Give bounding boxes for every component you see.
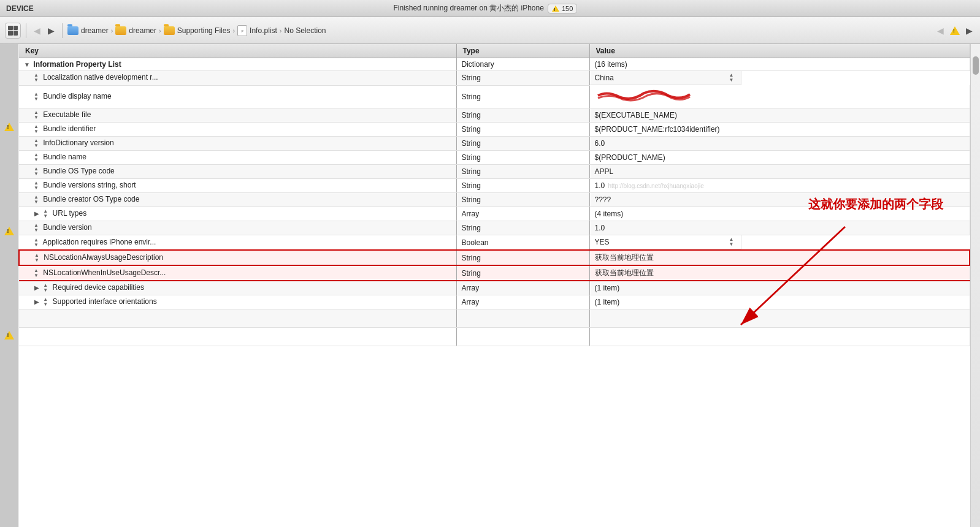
warning-icon-row2[interactable]	[4, 227, 14, 235]
warning-icon-row3[interactable]	[4, 331, 14, 339]
breadcrumb-plist-label: Info.plist	[250, 26, 277, 35]
key-cell: ▲▼ Bundle OS Type code	[19, 165, 456, 179]
value-cell: $(PRODUCT_NAME:rfc1034identifier)	[589, 123, 970, 137]
stepper[interactable]: ▲▼	[34, 181, 39, 191]
value-cell: China ▲▼	[590, 71, 742, 85]
disclosure-arrow-rdc[interactable]: ▶	[34, 284, 40, 291]
type-cell: String	[456, 193, 589, 207]
value-label: YES	[595, 238, 610, 246]
empty-cell	[589, 309, 970, 328]
plist-editor: Key Type Value ▼ Information Property Li…	[18, 44, 970, 527]
key-cell: ▲▼ InfoDictionary version	[19, 137, 456, 151]
empty-cell	[589, 328, 970, 346]
value-label: 1.0	[595, 181, 605, 190]
empty-cell	[456, 309, 589, 328]
value-cell-redacted	[589, 85, 970, 108]
stepper[interactable]: ▲▼	[34, 253, 39, 263]
breadcrumb-sep-3: ›	[232, 27, 235, 34]
breadcrumb-sep-2: ›	[159, 27, 161, 34]
stepper[interactable]: ▲▼	[34, 153, 39, 162]
type-cell: Array	[456, 207, 589, 221]
table-row: ▲▼ Bundle identifier String $(PRODUCT_NA…	[19, 123, 970, 137]
watermark-text: http://blog.csdn.net/hxjhuangxiaojie	[608, 183, 704, 189]
breadcrumb-item-plist[interactable]: P Info.plist	[237, 25, 277, 36]
header-key: Key	[19, 44, 456, 58]
toolbar-right-nav: ◀ ▶	[935, 25, 975, 37]
value-cell: 6.0	[589, 137, 970, 151]
breadcrumb-project-label: dreamer	[81, 26, 109, 35]
left-warning-panel	[0, 44, 18, 527]
value-stepper[interactable]: ▲▼	[729, 73, 733, 83]
breadcrumb-item-project[interactable]: dreamer	[67, 26, 109, 35]
toolbar-divider-2	[62, 23, 63, 38]
value-cell: 获取当前地理位置	[589, 265, 970, 281]
stepper[interactable]: ▲▼	[43, 209, 48, 219]
grid-view-button[interactable]	[5, 23, 21, 39]
scrollbar-thumb[interactable]	[973, 56, 979, 75]
main-content: Key Type Value ▼ Information Property Li…	[0, 44, 980, 527]
value-cell: (4 items)	[589, 207, 970, 221]
table-row-highlighted-2: ▲▼ NSLocationWhenInUseUsageDescr... Stri…	[19, 265, 970, 281]
key-cell: ▲▼ Bundle name	[19, 151, 456, 165]
breadcrumb: dreamer › dreamer › Supporting Files › P…	[67, 25, 932, 36]
warning-icon-row1[interactable]	[4, 123, 14, 131]
table-row: ▲▼ InfoDictionary version String 6.0	[19, 137, 970, 151]
disclosure-arrow[interactable]: ▼	[24, 61, 30, 68]
warn-slot-1	[4, 123, 14, 131]
type-cell: String	[456, 137, 589, 151]
type-cell: String	[456, 85, 589, 108]
stepper[interactable]: ▲▼	[43, 297, 48, 307]
stepper[interactable]: ▲▼	[34, 110, 39, 120]
stepper[interactable]: ▲▼	[34, 92, 39, 102]
breadcrumb-sep-4: ›	[280, 27, 282, 34]
breadcrumb-item-group[interactable]: dreamer	[115, 26, 156, 35]
type-cell: String	[456, 221, 589, 235]
grid-icon	[8, 26, 18, 36]
type-cell: String	[456, 123, 589, 137]
breadcrumb-supporting-files-label: Supporting Files	[177, 26, 231, 35]
warning-badge[interactable]: 150	[548, 4, 577, 13]
warn-slot-3	[4, 331, 14, 339]
type-cell: Boolean	[456, 235, 589, 251]
right-nav-back[interactable]: ◀	[935, 25, 946, 37]
empty-cell	[19, 309, 456, 328]
type-cell: String	[456, 108, 589, 123]
key-cell: ▲▼ Executable file	[19, 108, 456, 123]
nav-back-button[interactable]: ◀	[31, 25, 43, 37]
key-cell: ▲▼ Localization native development r...	[19, 71, 456, 86]
key-label: Information Property List	[33, 60, 121, 69]
table-row: ▲▼ Bundle creator OS Type code String ??…	[19, 193, 970, 207]
key-cell: ▶ ▲▼ Supported interface orientations	[19, 295, 456, 309]
group-folder-icon	[115, 26, 126, 35]
nav-forward-button[interactable]: ▶	[45, 25, 57, 37]
table-row: ▲▼ Bundle version String 1.0	[19, 221, 970, 235]
stepper[interactable]: ▲▼	[34, 223, 39, 233]
stepper[interactable]: ▲▼	[34, 167, 39, 176]
stepper[interactable]: ▲▼	[34, 268, 39, 278]
key-cell: ▲▼ Bundle creator OS Type code	[19, 193, 456, 207]
breadcrumb-no-selection-label: No Selection	[284, 26, 326, 35]
plist-file-icon: P	[237, 25, 247, 36]
empty-cell	[19, 328, 456, 346]
value-cell: (16 items)	[589, 58, 970, 71]
value-stepper-right[interactable]: ▲▼	[729, 237, 733, 247]
stepper[interactable]: ▲▼	[34, 124, 39, 134]
top-bar: DEVICE Finished running dreamer on 黄小杰的 …	[0, 0, 980, 17]
breadcrumb-item-supporting-files[interactable]: Supporting Files	[164, 26, 231, 35]
key-cell: ▲▼ Application requires iPhone envir...	[19, 235, 456, 251]
key-cell: ▲▼ NSLocationAlwaysUsageDescription	[19, 250, 456, 265]
key-cell: ▲▼ Bundle version	[19, 221, 456, 235]
table-row: ▲▼ Bundle OS Type code String APPL	[19, 165, 970, 179]
disclosure-arrow-url[interactable]: ▶	[34, 210, 40, 217]
stepper[interactable]: ▲▼	[34, 73, 39, 83]
value-label: China	[595, 74, 614, 82]
key-cell: ▲▼ Bundle display name	[19, 85, 456, 108]
stepper[interactable]: ▲▼	[34, 238, 39, 248]
stepper[interactable]: ▲▼	[43, 283, 48, 293]
stepper[interactable]: ▲▼	[34, 138, 39, 148]
stepper[interactable]: ▲▼	[34, 195, 39, 205]
right-nav-forward[interactable]: ▶	[963, 25, 975, 37]
toolbar-warning-icon[interactable]	[950, 26, 960, 35]
type-cell: String	[456, 265, 589, 281]
disclosure-arrow-sio[interactable]: ▶	[34, 298, 40, 305]
